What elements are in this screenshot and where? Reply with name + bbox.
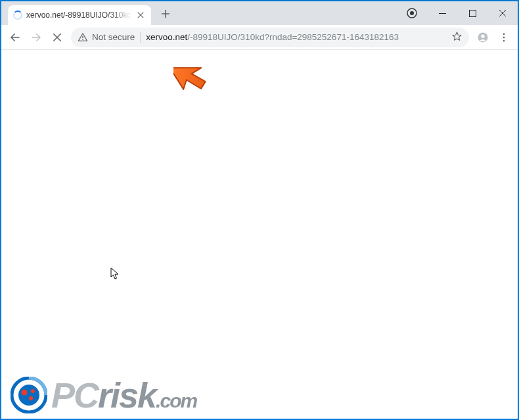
url-domain: xervoo.net — [146, 32, 187, 42]
browser-toolbar: Not secure xervoo.net/-89918UIJO/310kd?r… — [1, 25, 518, 50]
svg-rect-4 — [82, 39, 83, 39]
forward-button[interactable] — [26, 28, 46, 47]
security-indicator[interactable]: Not secure — [78, 32, 141, 43]
window-close-button[interactable] — [487, 1, 518, 25]
watermark-text-pc: PC — [51, 375, 98, 415]
svg-point-8 — [503, 36, 505, 38]
svg-point-11 — [18, 385, 39, 406]
svg-point-6 — [481, 34, 484, 37]
svg-rect-2 — [469, 10, 476, 16]
titlebar-spacer — [1, 1, 397, 25]
svg-point-9 — [503, 39, 505, 41]
address-bar[interactable]: Not secure xervoo.net/-89918UIJO/310kd?r… — [71, 28, 469, 47]
svg-point-14 — [29, 396, 33, 400]
svg-point-1 — [410, 11, 414, 15]
not-secure-label: Not secure — [92, 32, 135, 42]
url-text: xervoo.net/-89918UIJO/310kd?rndad=298525… — [146, 32, 446, 42]
svg-rect-3 — [82, 36, 83, 38]
annotation-arrow-icon — [173, 55, 212, 96]
bookmark-star-button[interactable] — [451, 31, 463, 44]
extension-indicator-icon[interactable] — [397, 1, 427, 25]
svg-point-13 — [31, 389, 35, 393]
page-content — [1, 50, 518, 419]
warning-icon — [78, 32, 88, 43]
window-titlebar — [1, 1, 518, 25]
svg-point-12 — [22, 390, 28, 396]
watermark-badge-icon — [11, 377, 47, 413]
window-minimize-button[interactable] — [427, 1, 457, 25]
window-maximize-button[interactable] — [457, 1, 487, 25]
tab-strip: xervoo.net/-89918UIJO/310kd?rn — [1, 1, 518, 25]
menu-button[interactable] — [494, 28, 514, 47]
url-path: /-89918UIJO/310kd?rndad=2985252671-16431… — [187, 32, 399, 42]
mouse-cursor-icon — [110, 267, 120, 280]
back-button[interactable] — [5, 28, 25, 47]
stop-button[interactable] — [47, 28, 67, 47]
profile-button[interactable] — [473, 28, 493, 47]
watermark-text-risk: risk — [98, 375, 156, 415]
svg-point-7 — [503, 33, 505, 35]
watermark: PCrisk.com — [11, 377, 196, 413]
watermark-text-com: .com — [156, 390, 196, 411]
